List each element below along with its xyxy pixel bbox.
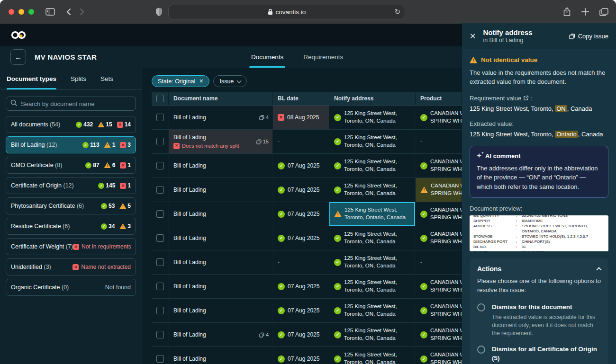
maximize-window-button[interactable]: [28, 9, 34, 15]
product-cell[interactable]: !CANADIAN WESSPRING WHEAT: [416, 178, 462, 202]
url-bar[interactable]: covantis.io ↻: [168, 5, 405, 19]
table-row[interactable]: Bill of Lading ✓07 Aug 2025✓125 King Str…: [152, 275, 462, 299]
state-filter-chip[interactable]: State: Original ✕: [152, 75, 209, 87]
document-name-cell[interactable]: Bill of Lading: [169, 226, 273, 250]
doc-type-item[interactable]: Certificate of Origin (12)✓145✕1: [6, 177, 136, 194]
product-cell[interactable]: -: [416, 130, 462, 153]
issue-filter-chip[interactable]: Issue: [213, 75, 247, 87]
notify-address-cell[interactable]: ✓125 King Street West, Toronto, ON, Cana…: [329, 178, 416, 202]
document-name-cell[interactable]: Bill of Lading: [169, 202, 273, 226]
document-name-cell[interactable]: Bill of Lading: [169, 299, 273, 322]
minimize-window-button[interactable]: [18, 9, 24, 15]
sidebar-tab-sets[interactable]: Sets: [100, 68, 113, 89]
chevron-up-icon[interactable]: [596, 267, 601, 273]
row-checkbox[interactable]: [156, 331, 164, 338]
sidebar-toggle-icon[interactable]: [45, 8, 55, 16]
sidebar-tab-document-types[interactable]: Document types: [7, 68, 56, 89]
radio-button[interactable]: [477, 303, 485, 311]
product-cell[interactable]: ✓CANADIAN WESSPRING WHEAT: [416, 226, 462, 250]
table-header-cell[interactable]: Product: [416, 92, 462, 105]
tab-documents[interactable]: Documents: [251, 46, 283, 68]
new-tab-icon[interactable]: [581, 8, 589, 16]
notify-address-cell[interactable]: ✓125 King Street West, Toronto, ON, Cana…: [329, 347, 416, 364]
row-checkbox[interactable]: [156, 114, 164, 121]
product-cell[interactable]: ✓CANADIAN WESSPRING WHEAT: [416, 323, 462, 346]
reload-icon[interactable]: ↻: [394, 8, 400, 16]
table-header-cell[interactable]: Document name: [169, 92, 273, 105]
table-row[interactable]: Bill of Lading ✓07 Aug 2025✓125 King Str…: [152, 226, 462, 250]
table-row[interactable]: Bill of Lading ✓07 Aug 2025✓125 King Str…: [152, 299, 462, 323]
sidebar-tab-splits[interactable]: Splits: [71, 68, 86, 89]
privacy-shield-icon[interactable]: [155, 8, 163, 17]
bl-date-cell[interactable]: -: [273, 250, 329, 274]
notify-address-cell[interactable]: !125 King Street West, Toronto, Ontario,…: [329, 202, 416, 226]
table-row[interactable]: Bill of Lading ✓07 Aug 2025!125 King Str…: [152, 202, 462, 226]
doc-type-item[interactable]: All documents (54)✓432!15✕14: [6, 116, 136, 133]
document-name-cell[interactable]: Bill of Lading: [169, 250, 273, 274]
notify-address-cell[interactable]: ✓125 King Street West, Toronto, ON, Cana…: [329, 106, 416, 129]
row-checkbox[interactable]: [156, 138, 164, 145]
doc-type-item[interactable]: Residue Certificate (6)✓34!3: [6, 218, 136, 235]
notify-address-cell[interactable]: ✓125 King Street West, Toronto, ON, Cana…: [329, 299, 416, 322]
doc-type-item[interactable]: Bill of Lading (12)✓113!1✕3: [6, 136, 136, 153]
row-checkbox[interactable]: [156, 186, 164, 194]
row-checkbox[interactable]: [156, 234, 164, 242]
bl-date-cell[interactable]: -: [273, 130, 329, 153]
product-cell[interactable]: -: [416, 250, 462, 274]
row-checkbox[interactable]: [156, 283, 164, 290]
action-option[interactable]: Dismiss for all Certificate of Origin (5…: [477, 345, 601, 364]
document-name-cell[interactable]: Bill of Lading 4: [169, 106, 273, 129]
doc-type-item[interactable]: Unidentified (3)✕Name not extracted: [6, 258, 136, 275]
external-link-icon[interactable]: [523, 95, 529, 101]
search-input[interactable]: [21, 100, 131, 107]
product-cell[interactable]: ✓CANADIAN WESSPRING WHEAT: [416, 275, 462, 298]
share-icon[interactable]: [563, 7, 571, 17]
row-checkbox[interactable]: [156, 307, 164, 314]
product-cell[interactable]: ✓CANADIAN WESSPRING WHEAT: [416, 347, 462, 364]
row-checkbox[interactable]: [156, 355, 164, 363]
bl-date-cell[interactable]: ✓07 Aug 2025: [273, 323, 329, 346]
bl-date-cell[interactable]: ✓07 Aug 2025: [273, 299, 329, 322]
table-row[interactable]: Bill of Lading ✓07 Aug 2025✓125 King Str…: [152, 347, 462, 364]
doc-type-item[interactable]: Certificate of Weight (7)✕Not in require…: [6, 238, 136, 255]
table-row[interactable]: Bill of Lading ✕Does not match any split…: [152, 130, 462, 154]
doc-type-item[interactable]: Organic Certificate (0)Not found: [6, 279, 136, 296]
product-cell[interactable]: ✓CANADIAN WESSPRING WHEAT: [416, 154, 462, 178]
notify-address-cell[interactable]: ✓125 King Street West, Toronto, ON, Cana…: [329, 226, 416, 250]
bl-date-cell[interactable]: ✓07 Aug 2025: [273, 178, 329, 202]
row-checkbox[interactable]: [156, 258, 164, 266]
document-name-cell[interactable]: Bill of Lading: [169, 154, 273, 178]
close-window-button[interactable]: [9, 9, 14, 15]
radio-button[interactable]: [477, 346, 485, 354]
product-cell[interactable]: ✓CANADIAN WESSPRING WHEAT: [416, 202, 462, 226]
product-cell[interactable]: ✓CANADIAN WESSPRING WHEAT: [416, 106, 462, 129]
doc-type-item[interactable]: GMO Certificate (8)✓87!6✕1: [6, 157, 136, 174]
row-checkbox[interactable]: [156, 210, 164, 218]
notify-address-cell[interactable]: ✓125 King Street West, Toronto, ON, Cana…: [329, 275, 416, 298]
document-name-cell[interactable]: Bill of Lading 4: [169, 323, 273, 346]
bl-date-cell[interactable]: ✕08 Aug 2025: [273, 106, 329, 129]
bl-date-cell[interactable]: ✓07 Aug 2025: [273, 226, 329, 250]
table-row[interactable]: Bill of Lading 4✓07 Aug 2025✓125 King St…: [152, 323, 462, 347]
notify-address-cell[interactable]: ✓125 King Street West, Toronto, ON, Cana…: [329, 323, 416, 346]
document-name-cell[interactable]: Bill of Lading ✕Does not match any split…: [169, 130, 273, 153]
tab-requirements[interactable]: Requirements: [303, 46, 343, 68]
notify-address-cell[interactable]: ✓125 King Street West, Toronto, ON, Cana…: [329, 130, 416, 153]
document-name-cell[interactable]: Bill of Lading: [169, 178, 273, 202]
table-header-cell[interactable]: Notify address: [329, 92, 416, 105]
notify-address-cell[interactable]: ✓125 King Street West, Toronto, ON, Cana…: [329, 250, 416, 274]
table-row[interactable]: Bill of Lading -✓125 King Street West, T…: [152, 250, 462, 275]
product-cell[interactable]: ✓CANADIAN WESSPRING WHEAT: [416, 299, 462, 322]
browser-back-icon[interactable]: [66, 8, 71, 16]
covantis-logo[interactable]: [10, 30, 27, 42]
bl-date-cell[interactable]: ✓07 Aug 2025: [273, 202, 329, 226]
action-option[interactable]: Dismiss for this document The extracted …: [477, 303, 601, 337]
notify-address-cell[interactable]: ✓125 King Street West, Toronto, ON, Cana…: [329, 154, 416, 178]
tabs-overview-icon[interactable]: [599, 8, 608, 16]
remove-filter-icon[interactable]: ✕: [199, 78, 203, 84]
close-icon[interactable]: ✕: [470, 32, 476, 41]
browser-forward-icon[interactable]: [80, 8, 84, 16]
bl-date-cell[interactable]: ✓07 Aug 2025: [273, 275, 329, 298]
table-row[interactable]: Bill of Lading ✓07 Aug 2025✓125 King Str…: [152, 178, 462, 202]
bl-date-cell[interactable]: ✓07 Aug 2025: [273, 347, 329, 364]
